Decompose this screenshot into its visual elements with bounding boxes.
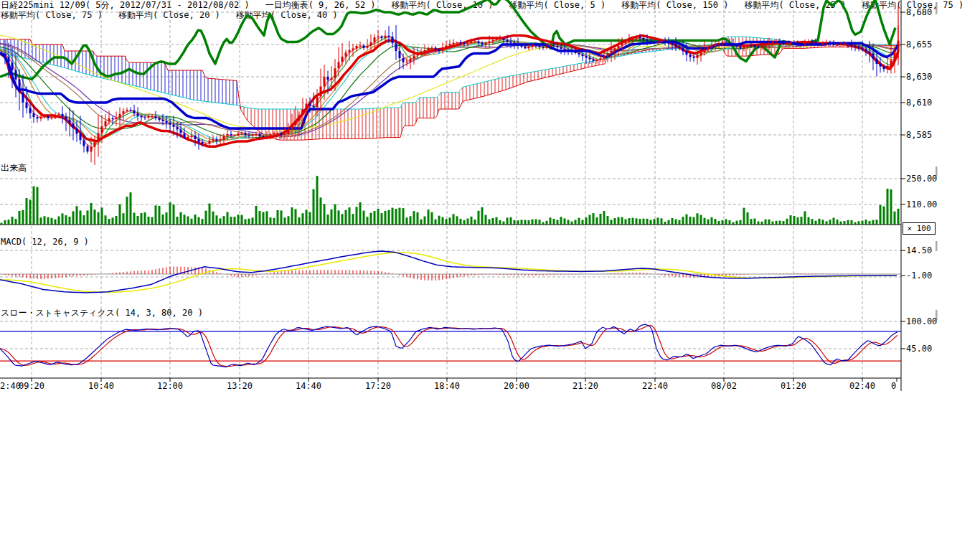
time-axis-label: 22:40 [641,381,669,391]
chart-plot-area[interactable] [0,0,980,551]
time-axis-label: 12:00 [156,381,184,391]
stochastics-panel [0,324,901,367]
stoch-axis-label: 45.00 [906,344,932,354]
price-axis-label: 8,610 [906,98,932,108]
price-axis-label: 8,680 [906,7,932,17]
stoch-axis-label: 100.00 [906,316,937,326]
time-axis-label: 14:40 [294,381,323,391]
time-axis-label: 13:20 [225,381,254,391]
time-axis-label: 20:00 [502,381,531,391]
candlesticks [1,6,900,165]
price-axis-label: 8,630 [906,72,932,82]
macd-panel [0,251,901,293]
time-axis-label: 0 [891,381,900,391]
price-axis-label: 8,655 [906,39,932,50]
macd-axis-label: -1.00 [906,270,932,281]
time-axis-label: 10:40 [87,381,116,391]
time-axis-label: 21:20 [571,381,600,391]
volume-panel-title: 出来高 [1,162,27,174]
macd-panel-title: MACD( 12, 26, 9 ) [1,237,89,247]
macd-axis-label: 14.50 [906,245,932,255]
grid-lines [0,0,901,378]
volume-axis-label: 250.00 [906,174,937,184]
time-axis-label: 02:40 [848,381,877,391]
axes [0,0,938,391]
time-axis-label: 01:20 [779,381,808,391]
price-axis-label: 8,585 [906,130,932,140]
stochastics-panel-title: スロー・ストキャスティクス( 14, 3, 80, 20 ) [1,307,203,319]
time-axis-label: 18:40 [433,381,461,391]
volume-panel [0,176,901,225]
moving-average-lines [0,35,895,148]
time-axis-label: 17:20 [364,381,392,391]
time-axis-label: 08/02 [710,381,738,391]
volume-unit-multiplier-badge: × 100 [903,222,936,235]
volume-axis-label: 110.00 [906,199,937,209]
ichimoku-lines [0,0,898,146]
time-axis-label: 09:20 [17,381,46,391]
price-panel [0,0,900,165]
chart-application-window: { "header": { "line1": [ "日経225mini 12/0… [0,0,980,551]
